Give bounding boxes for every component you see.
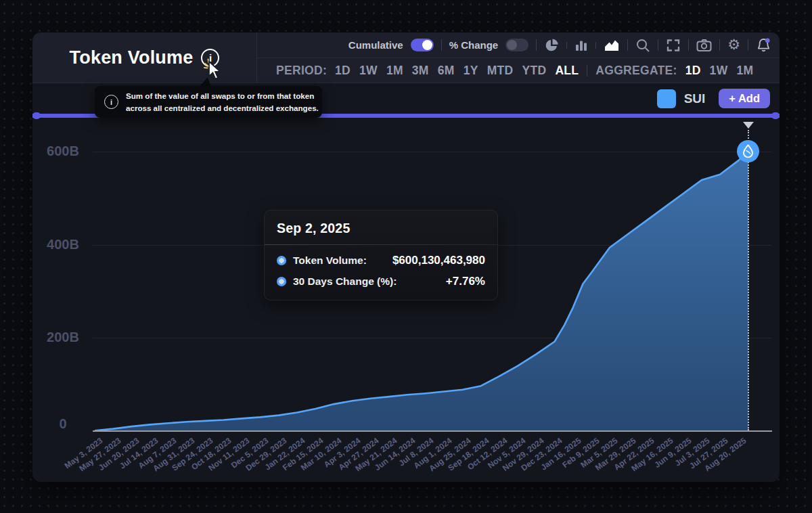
mouse-cursor <box>203 57 226 84</box>
toggle-knob <box>507 40 517 50</box>
aggregate-option-1m[interactable]: 1M <box>736 64 753 78</box>
aggregate-options: 1D1W1M <box>685 64 754 78</box>
sui-legend-swatch[interactable] <box>657 89 676 108</box>
pct-change-toggle[interactable] <box>505 39 528 51</box>
divider <box>566 42 567 49</box>
period-option-mtd[interactable]: MTD <box>487 64 514 78</box>
period-option-1m[interactable]: 1M <box>386 64 403 78</box>
tooltip-row-value: $600,130,463,980 <box>392 254 485 267</box>
divider <box>595 42 596 49</box>
divider <box>658 39 658 51</box>
info-tooltip-text: Sum of the value of all swaps to or from… <box>126 90 319 114</box>
screenshot-camera-icon[interactable] <box>696 39 712 52</box>
fullscreen-icon[interactable] <box>666 38 681 53</box>
widget-header: Token Volume i Cumulative % Change <box>32 32 780 83</box>
tooltip-row-label: 30 Days Change (%): <box>293 275 397 288</box>
area-chart-icon[interactable] <box>604 39 620 52</box>
pie-chart-icon[interactable] <box>544 38 559 53</box>
aggregate-option-1w[interactable]: 1W <box>710 64 728 78</box>
period-option-all[interactable]: ALL <box>555 64 579 78</box>
period-option-1w[interactable]: 1W <box>359 64 378 78</box>
marker-dotted-line <box>748 130 749 430</box>
cumulative-toggle[interactable] <box>411 39 434 51</box>
period-option-1d[interactable]: 1D <box>335 64 351 78</box>
period-options: 1D1W1M3M6M1YMTDYTDALL <box>335 64 579 78</box>
pct-change-toggle-label: % Change <box>449 39 499 51</box>
token-volume-widget: Token Volume i Cumulative % Change <box>32 32 780 482</box>
toggle-knob <box>422 40 432 50</box>
y-axis-label: 400B <box>32 237 93 252</box>
period-bar: PERIOD: 1D1W1M3M6M1YMTDYTDALL AGGREGATE:… <box>257 58 780 83</box>
x-axis-line <box>93 430 772 432</box>
y-axis-label: 200B <box>32 330 93 345</box>
y-axis-label: 600B <box>32 143 93 159</box>
divider <box>748 39 748 51</box>
chart-tooltip: Sep 2, 2025 Token Volume:$600,130,463,98… <box>264 210 498 300</box>
notifications-bell-icon[interactable] <box>756 37 771 53</box>
divider <box>719 39 720 51</box>
add-token-button[interactable]: + Add <box>719 89 770 108</box>
period-option-3m[interactable]: 3M <box>412 64 429 78</box>
aggregate-option-1d[interactable]: 1D <box>685 64 701 78</box>
tooltip-row-value: +7.76% <box>446 275 485 288</box>
divider <box>688 39 689 51</box>
info-tooltip: i Sum of the value of all swaps to or fr… <box>95 86 322 118</box>
sui-legend-label[interactable]: SUI <box>684 91 706 106</box>
chart-area[interactable]: Sep 2, 2025 Token Volume:$600,130,463,98… <box>32 118 780 482</box>
period-label: PERIOD: <box>276 64 327 78</box>
divider <box>265 244 497 245</box>
aggregate-label: AGGREGATE: <box>595 64 677 78</box>
divider <box>536 39 537 51</box>
series-bullet-icon <box>277 277 286 286</box>
bar-chart-icon[interactable] <box>574 39 588 52</box>
tooltip-row: 30 Days Change (%):+7.76% <box>277 275 485 288</box>
tooltip-row-label: Token Volume: <box>293 254 367 267</box>
tooltip-row: Token Volume:$600,130,463,980 <box>277 254 485 267</box>
page-title: Token Volume <box>70 47 194 68</box>
click-sparkle-icon <box>204 60 209 68</box>
search-icon[interactable] <box>635 38 650 53</box>
divider <box>587 65 587 76</box>
controls-row: Cumulative % Change <box>257 32 780 58</box>
period-option-6m[interactable]: 6M <box>438 64 455 78</box>
period-option-ytd[interactable]: YTD <box>522 64 546 78</box>
sui-droplet-icon[interactable] <box>737 140 759 162</box>
period-option-1y[interactable]: 1Y <box>464 64 478 78</box>
info-icon: i <box>104 95 118 109</box>
marker-triangle-icon[interactable] <box>743 122 754 129</box>
y-axis-label: 0 <box>32 416 93 432</box>
tooltip-date: Sep 2, 2025 <box>277 221 485 236</box>
cumulative-toggle-label: Cumulative <box>348 39 403 51</box>
divider <box>627 39 628 51</box>
settings-gear-icon[interactable]: ⚙ <box>727 38 740 52</box>
series-bullet-icon <box>277 256 286 265</box>
divider <box>441 39 442 51</box>
